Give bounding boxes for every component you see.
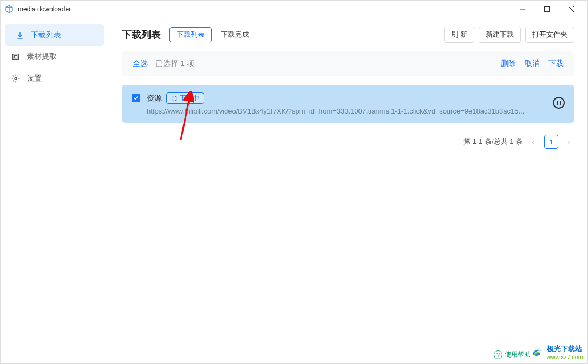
sidebar-item-label: 设置	[27, 74, 42, 83]
tab-download-done[interactable]: 下载完成	[214, 27, 256, 42]
content-header: 下载列表 下载列表 下载完成 刷 新 新建下载 打开文件夹	[122, 27, 574, 43]
sidebar-item-extract[interactable]: 素材提取	[1, 46, 109, 68]
open-folder-button[interactable]: 打开文件夹	[525, 27, 574, 43]
tab-download-list[interactable]: 下载列表	[169, 27, 212, 42]
refresh-button[interactable]: 刷 新	[444, 27, 474, 43]
item-url: https://www.bilibili.com/video/BV1Bx4y1f…	[147, 107, 546, 115]
selection-info: 已选择 1 项	[155, 59, 501, 69]
watermark-logo	[530, 345, 544, 359]
sidebar-item-downloads[interactable]: 下载列表	[5, 24, 104, 46]
watermark-url: www.xz7.com	[547, 354, 583, 360]
sidebar-item-settings[interactable]: 设置	[1, 68, 109, 89]
app-title: media downloader	[18, 5, 510, 13]
pause-icon	[557, 101, 561, 105]
item-checkbox[interactable]	[132, 94, 140, 102]
select-all-link[interactable]: 全选	[133, 59, 148, 69]
new-download-button[interactable]: 新建下载	[479, 27, 521, 43]
download-icon	[16, 31, 24, 39]
item-body: 资源 下载中 https://www.bilibili.com/video/BV…	[147, 92, 546, 115]
close-button[interactable]	[559, 1, 583, 18]
header-actions: 刷 新 新建下载 打开文件夹	[444, 27, 574, 43]
cancel-link[interactable]: 取消	[525, 59, 540, 69]
spinner-icon	[171, 95, 178, 102]
sidebar: 下载列表 素材提取 设置	[1, 18, 109, 363]
download-item[interactable]: 资源 下载中 https://www.bilibili.com/video/BV…	[122, 85, 574, 123]
help-text: 使用帮助	[505, 350, 531, 359]
svg-rect-4	[13, 54, 19, 60]
help-badge[interactable]: ? 使用帮助	[494, 350, 531, 359]
window-controls	[510, 1, 583, 18]
sidebar-item-label: 素材提取	[27, 52, 57, 62]
minimize-button[interactable]	[510, 1, 534, 18]
svg-rect-1	[544, 7, 549, 12]
watermark: 极光下载站 www.xz7.com	[530, 344, 583, 360]
next-page[interactable]: ›	[564, 138, 574, 146]
content: 下载列表 下载列表 下载完成 刷 新 新建下载 打开文件夹 全选 已选择 1 项…	[109, 18, 587, 363]
watermark-brand: 极光下载站	[547, 344, 583, 354]
pagination: 第 1-1 条/总共 1 条 ‹ 1 ›	[122, 135, 574, 149]
download-link[interactable]: 下载	[548, 59, 564, 69]
item-name: 资源	[147, 94, 162, 103]
pause-button[interactable]	[553, 97, 565, 109]
page-number[interactable]: 1	[544, 135, 558, 149]
status-text: 下载中	[180, 94, 199, 103]
page-title: 下载列表	[122, 28, 161, 41]
gear-icon	[11, 74, 20, 83]
svg-point-6	[15, 77, 17, 80]
titlebar: media downloader	[1, 1, 587, 18]
tabs: 下载列表 下载完成	[169, 27, 256, 42]
sidebar-item-label: 下载列表	[31, 30, 61, 40]
selection-bar: 全选 已选择 1 项 删除 取消 下载	[122, 51, 574, 76]
maximize-button[interactable]	[534, 1, 559, 18]
pagination-range: 第 1-1 条/总共 1 条	[463, 137, 522, 147]
svg-rect-5	[14, 55, 17, 58]
status-badge: 下载中	[166, 92, 204, 104]
prev-page[interactable]: ‹	[528, 138, 539, 146]
app-icon	[5, 5, 14, 14]
delete-link[interactable]: 删除	[501, 59, 516, 69]
extract-icon	[11, 52, 20, 61]
question-icon: ?	[494, 350, 502, 359]
